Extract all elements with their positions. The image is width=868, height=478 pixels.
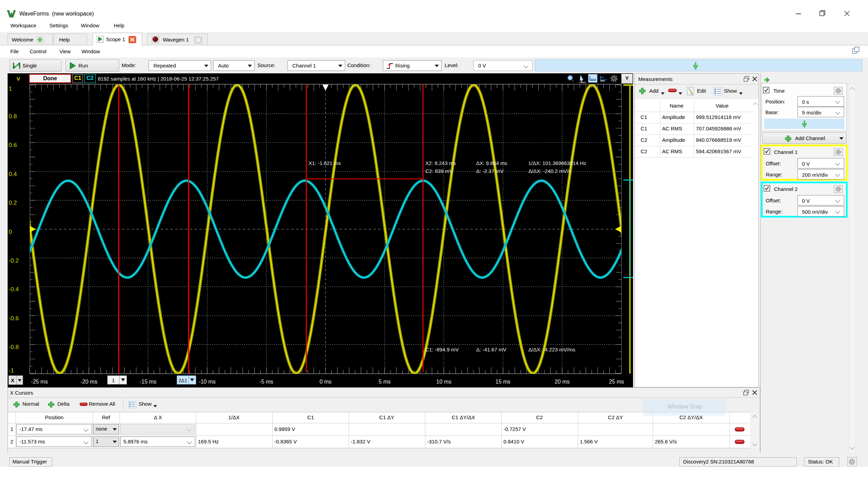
svg-text:-15 ms: -15 ms [140,379,157,385]
svg-text:X2: 8.243 ms: X2: 8.243 ms [425,160,456,166]
svg-text:C2: 839 mV: C2: 839 mV [425,168,453,174]
svg-text:Δ: -2.37 mV: Δ: -2.37 mV [476,168,503,174]
svg-text:X: X [11,377,14,383]
svg-text:5 ms: 5 ms [379,379,391,385]
svg-text:20 ms: 20 ms [555,379,570,385]
svg-text:1/ΔX: 101.369863014 Hz: 1/ΔX: 101.369863014 Hz [528,160,586,166]
svg-text:25 ms: 25 ms [609,379,624,385]
svg-text:-25 ms: -25 ms [31,379,48,385]
svg-text:2Δ1: 2Δ1 [179,378,187,383]
svg-text:ΔX: 9.864 ms: ΔX: 9.864 ms [476,160,507,166]
svg-text:Δ/ΔX: -4.223 mV/ms: Δ/ΔX: -4.223 mV/ms [528,347,575,352]
svg-text:15 ms: 15 ms [496,379,511,385]
svg-text:X1: -1.621 ms: X1: -1.621 ms [309,160,341,166]
svg-text:C1: -894.9 mV: C1: -894.9 mV [425,347,459,352]
svg-text:-0.4: -0.4 [9,286,19,293]
svg-text:0.8: 0.8 [9,113,17,120]
svg-text:0.4: 0.4 [9,171,17,177]
svg-text:-10 ms: -10 ms [199,379,216,385]
svg-text:0 ms: 0 ms [320,379,332,385]
svg-text:0: 0 [9,229,12,235]
svg-text:1: 1 [9,85,12,92]
svg-text:-1: -1 [9,367,14,374]
svg-text:-0.2: -0.2 [9,257,19,264]
svg-text:1: 1 [112,377,115,383]
svg-text:-0.6: -0.6 [9,315,19,322]
svg-text:-0.8: -0.8 [9,344,19,350]
svg-text:-5 ms: -5 ms [260,379,273,385]
svg-text:Δ: -41.67 mV: Δ: -41.67 mV [476,347,507,352]
svg-text:Δ/ΔX: -240.2 mV/s: Δ/ΔX: -240.2 mV/s [528,168,571,174]
svg-text:10 ms: 10 ms [436,379,452,385]
svg-text:-20 ms: -20 ms [81,379,97,385]
svg-text:0.2: 0.2 [9,200,17,206]
svg-text:0.6: 0.6 [9,142,17,148]
